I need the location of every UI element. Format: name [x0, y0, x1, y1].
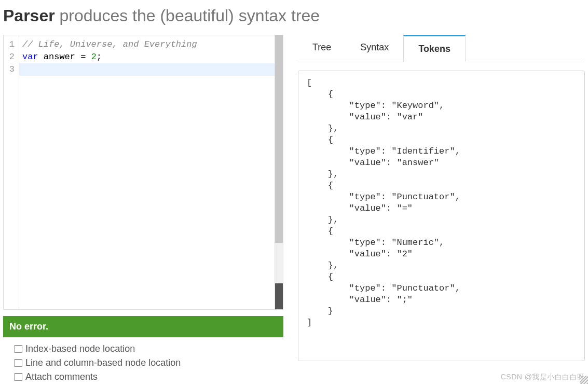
checkbox[interactable] — [15, 373, 22, 381]
option-label: Line and column-based node location — [25, 358, 181, 368]
code-editor[interactable]: 123 // Life, Universe, and Everythingvar… — [3, 35, 283, 310]
line-number: 1 — [7, 38, 15, 51]
tab-syntax[interactable]: Syntax — [346, 35, 403, 62]
scroll-thumb[interactable] — [275, 35, 283, 243]
option-row[interactable]: Index-based node location — [15, 344, 283, 354]
left-pane: 123 // Life, Universe, and Everythingvar… — [3, 35, 283, 384]
option-row[interactable]: Line and column-based node location — [15, 358, 283, 368]
tab-bar: TreeSyntaxTokens — [298, 35, 585, 62]
line-number: 3 — [7, 63, 15, 76]
page-title-rest: produces the (beautiful) syntax tree — [55, 6, 320, 25]
code-line[interactable] — [22, 63, 275, 76]
resize-grip-icon — [580, 376, 588, 384]
page-title: Parser produces the (beautiful) syntax t… — [0, 0, 588, 35]
page-title-bold: Parser — [3, 6, 55, 25]
option-label: Index-based node location — [25, 344, 135, 354]
status-message: No error. — [9, 321, 48, 332]
option-row[interactable]: Attach comments — [15, 372, 283, 382]
code-line[interactable]: var answer = 2; — [22, 51, 275, 63]
options-list: Index-based node locationLine and column… — [3, 344, 283, 382]
right-pane: TreeSyntaxTokens [ { "type": "Keyword", … — [298, 35, 585, 384]
line-gutter: 123 — [4, 35, 19, 309]
status-bar: No error. — [3, 316, 283, 337]
tab-tree[interactable]: Tree — [298, 35, 346, 62]
checkbox[interactable] — [15, 359, 22, 367]
line-number: 2 — [7, 51, 15, 63]
watermark: CSDN @我是小白白白呀 — [501, 373, 585, 382]
code-line[interactable]: // Life, Universe, and Everything — [22, 38, 275, 51]
option-label: Attach comments — [25, 372, 98, 382]
editor-scrollbar[interactable] — [275, 35, 283, 309]
tab-tokens[interactable]: Tokens — [403, 35, 466, 62]
code-area[interactable]: // Life, Universe, and Everythingvar ans… — [19, 35, 275, 309]
tokens-output[interactable]: [ { "type": "Keyword", "value": "var" },… — [298, 71, 585, 361]
checkbox[interactable] — [15, 345, 22, 353]
scroll-corner — [275, 283, 283, 309]
